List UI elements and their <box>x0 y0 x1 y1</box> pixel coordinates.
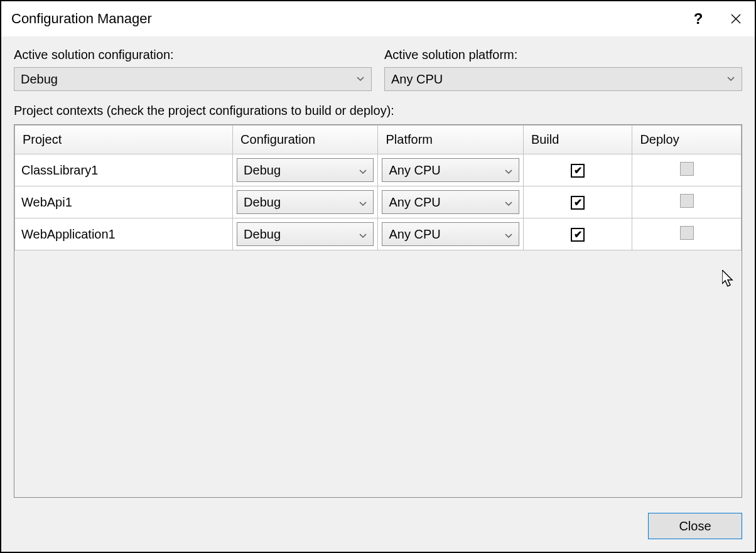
solution-platform-value: Any CPU <box>391 72 726 87</box>
build-cell <box>523 154 632 186</box>
project-contexts-label: Project contexts (check the project conf… <box>14 104 742 118</box>
project-name-cell[interactable]: WebApplication1 <box>15 218 233 250</box>
chevron-down-icon <box>505 227 512 242</box>
configuration-dropdown[interactable]: Debug <box>237 190 374 214</box>
solution-config-dropdown[interactable]: Debug <box>14 67 372 91</box>
build-checkbox[interactable] <box>571 196 585 210</box>
table-row: ClassLibrary1DebugAny CPU <box>15 154 742 186</box>
project-name-cell[interactable]: ClassLibrary1 <box>15 154 233 186</box>
build-checkbox[interactable] <box>571 228 585 242</box>
deploy-cell <box>632 154 742 186</box>
solution-config-group: Active solution configuration: Debug <box>14 48 372 91</box>
platform-dropdown[interactable]: Any CPU <box>382 222 519 246</box>
chevron-down-icon <box>505 163 512 178</box>
close-button[interactable]: Close <box>648 513 742 539</box>
platform-dropdown[interactable]: Any CPU <box>382 158 519 182</box>
platform-value: Any CPU <box>389 195 504 210</box>
chevron-down-icon <box>359 227 367 242</box>
configuration-cell: Debug <box>233 186 378 218</box>
configuration-dropdown[interactable]: Debug <box>237 158 374 182</box>
header-platform[interactable]: Platform <box>378 126 523 154</box>
configuration-manager-dialog: Configuration Manager ? Active solution … <box>0 0 756 553</box>
dialog-footer: Close <box>14 513 742 539</box>
configuration-value: Debug <box>244 163 359 178</box>
deploy-cell <box>632 186 742 218</box>
header-configuration[interactable]: Configuration <box>233 126 378 154</box>
platform-value: Any CPU <box>389 163 504 178</box>
solution-platform-label: Active solution platform: <box>384 48 742 62</box>
chevron-down-icon <box>726 75 735 83</box>
build-cell <box>523 186 632 218</box>
solution-settings-row: Active solution configuration: Debug Act… <box>14 48 742 91</box>
table-header-row: Project Configuration Platform Build Dep… <box>15 126 742 154</box>
deploy-checkbox <box>680 194 694 208</box>
build-checkbox[interactable] <box>571 164 585 178</box>
configuration-cell: Debug <box>233 218 378 250</box>
header-deploy[interactable]: Deploy <box>632 126 742 154</box>
table-row: WebApi1DebugAny CPU <box>15 186 742 218</box>
titlebar: Configuration Manager ? <box>1 1 755 36</box>
chevron-down-icon <box>359 195 367 210</box>
configuration-value: Debug <box>244 195 359 210</box>
window-close-button[interactable] <box>717 1 755 36</box>
configuration-cell: Debug <box>233 154 378 186</box>
deploy-cell <box>632 218 742 250</box>
close-icon <box>731 14 741 24</box>
solution-platform-dropdown[interactable]: Any CPU <box>384 67 742 91</box>
platform-cell: Any CPU <box>378 154 523 186</box>
chevron-down-icon <box>359 163 367 178</box>
solution-config-label: Active solution configuration: <box>14 48 372 62</box>
configuration-dropdown[interactable]: Debug <box>237 222 374 246</box>
window-title: Configuration Manager <box>11 11 679 27</box>
deploy-checkbox <box>680 162 694 176</box>
project-table: Project Configuration Platform Build Dep… <box>14 125 742 250</box>
configuration-value: Debug <box>244 227 359 242</box>
dialog-content: Active solution configuration: Debug Act… <box>1 36 755 552</box>
build-cell <box>523 218 632 250</box>
solution-config-value: Debug <box>21 72 356 87</box>
chevron-down-icon <box>356 75 365 83</box>
deploy-checkbox <box>680 226 694 240</box>
table-row: WebApplication1DebugAny CPU <box>15 218 742 250</box>
platform-cell: Any CPU <box>378 186 523 218</box>
project-name-cell[interactable]: WebApi1 <box>15 186 233 218</box>
close-button-label: Close <box>679 519 711 534</box>
header-build[interactable]: Build <box>523 126 632 154</box>
chevron-down-icon <box>505 195 512 210</box>
solution-platform-group: Active solution platform: Any CPU <box>384 48 742 91</box>
platform-cell: Any CPU <box>378 218 523 250</box>
platform-dropdown[interactable]: Any CPU <box>382 190 519 214</box>
platform-value: Any CPU <box>389 227 504 242</box>
project-grid: Project Configuration Platform Build Dep… <box>14 124 742 498</box>
help-button[interactable]: ? <box>679 1 717 36</box>
help-icon: ? <box>694 10 703 28</box>
header-project[interactable]: Project <box>15 126 233 154</box>
